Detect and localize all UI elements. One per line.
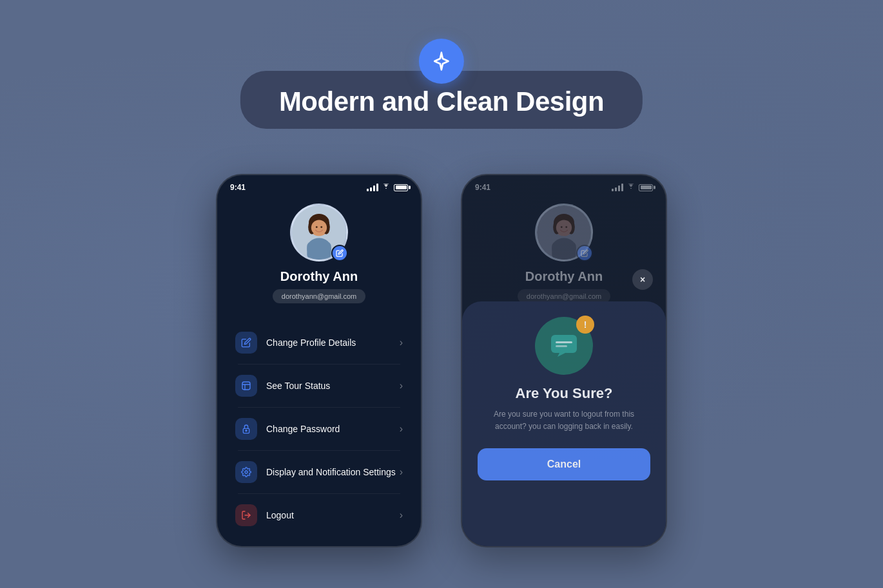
settings-icon	[241, 467, 251, 477]
menu-icon-wrap-lock	[235, 418, 257, 440]
modal-close-button[interactable]: ×	[632, 269, 653, 290]
chevron-right-icon-4: ›	[400, 466, 403, 478]
profile-name-left: Dorothy Ann	[280, 269, 358, 284]
battery-icon-right	[639, 184, 653, 191]
edit-badge-right[interactable]	[576, 245, 593, 261]
menu-icon-wrap-logout	[235, 504, 257, 526]
status-icons-right	[612, 183, 653, 192]
wifi-icon	[382, 183, 391, 192]
svg-point-20	[556, 220, 572, 235]
status-icons-left	[367, 183, 408, 192]
svg-point-21	[561, 226, 563, 228]
svg-point-22	[565, 226, 567, 228]
avatar-left	[290, 204, 348, 261]
menu-item-tour-status[interactable]: See Tour Status ›	[228, 366, 411, 406]
menu-label-change-profile: Change Profile Details	[266, 337, 400, 348]
battery-icon	[394, 184, 408, 191]
svg-point-12	[246, 430, 247, 432]
menu-item-display-settings[interactable]: Display and Notification Settings ›	[228, 452, 411, 492]
sparkle-icon	[431, 51, 452, 71]
menu-item-change-profile[interactable]: Change Profile Details ›	[228, 323, 411, 363]
svg-point-13	[245, 471, 247, 473]
modal-cancel-button[interactable]: Cancel	[478, 448, 650, 480]
page-title: Modern and Clean Design	[279, 86, 604, 117]
svg-rect-9	[307, 242, 331, 260]
chevron-right-icon-2: ›	[400, 380, 403, 392]
svg-rect-27	[556, 345, 567, 347]
menu-label-password: Change Password	[266, 424, 400, 434]
lock-icon	[241, 424, 251, 434]
status-bar-left: 9:41	[217, 175, 421, 197]
modal-title: Are You Sure?	[516, 385, 613, 402]
header-icon-bubble	[419, 39, 464, 84]
chevron-right-icon-3: ›	[400, 423, 403, 435]
time-right: 9:41	[475, 183, 490, 192]
svg-point-5	[311, 220, 327, 235]
header: Modern and Clean Design	[240, 39, 643, 129]
menu-divider-1	[238, 364, 400, 365]
warning-badge: !	[576, 316, 594, 334]
pencil-icon	[336, 249, 344, 257]
modal-icon-container: !	[535, 317, 593, 375]
menu-icon-wrap-tour	[235, 375, 257, 397]
profile-section-left: Dorothy Ann dorothyann@gmail.com	[217, 197, 421, 316]
logout-icon	[241, 510, 251, 520]
phone-right: 9:41	[461, 174, 667, 547]
signal-icon	[367, 184, 378, 191]
profile-name-right: Dorothy Ann	[525, 269, 603, 284]
svg-rect-25	[551, 335, 577, 353]
chevron-right-icon-5: ›	[400, 509, 403, 521]
signal-icon-right	[612, 184, 623, 191]
menu-divider-4	[238, 493, 400, 494]
menu-label-logout: Logout	[266, 510, 400, 520]
modal-description: Are you sure you want to logout from thi…	[478, 408, 650, 433]
phone-left: 9:41	[216, 174, 422, 547]
svg-rect-26	[556, 341, 572, 343]
phones-container: 9:41	[216, 174, 667, 547]
status-bar-right: 9:41	[462, 175, 666, 197]
warning-icon: !	[584, 320, 587, 329]
menu-item-change-password[interactable]: Change Password ›	[228, 409, 411, 449]
svg-point-7	[320, 226, 322, 228]
logout-modal: × ! Are You Sure? Are you sure you want …	[462, 301, 666, 546]
menu-icon-wrap-pencil	[235, 332, 257, 354]
profile-email-left: dorothyann@gmail.com	[273, 289, 365, 303]
menu-item-logout[interactable]: Logout ›	[228, 495, 411, 535]
menu-divider-2	[238, 407, 400, 408]
menu-list-left: Change Profile Details › See Tour Status…	[217, 316, 421, 542]
wifi-icon-right	[626, 183, 636, 192]
menu-label-tour: See Tour Status	[266, 381, 400, 391]
menu-icon-wrap-settings	[235, 461, 257, 483]
time-left: 9:41	[230, 183, 246, 192]
svg-rect-24	[552, 242, 576, 260]
avatar-right	[535, 204, 593, 261]
cancel-label: Cancel	[547, 459, 581, 470]
menu-divider-3	[238, 450, 400, 451]
chat-icon	[548, 330, 580, 362]
svg-rect-10	[242, 382, 250, 390]
chevron-right-icon-1: ›	[400, 337, 403, 348]
edit-badge-left[interactable]	[331, 245, 348, 261]
pencil-menu-icon	[241, 337, 251, 348]
tour-icon	[241, 381, 251, 391]
pencil-icon-right	[581, 249, 588, 257]
menu-label-display: Display and Notification Settings	[266, 467, 400, 477]
profile-section-right: Dorothy Ann dorothyann@gmail.com	[462, 197, 666, 316]
svg-point-6	[316, 226, 318, 228]
